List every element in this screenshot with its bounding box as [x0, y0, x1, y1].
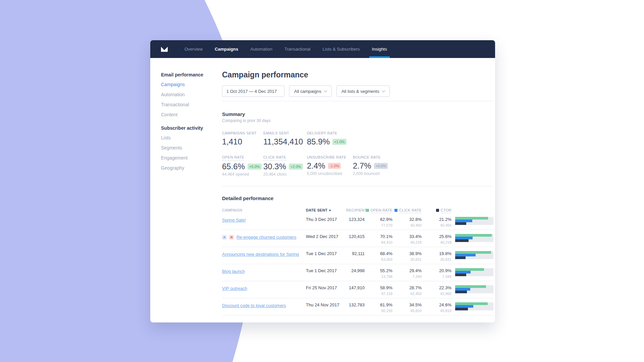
ctor-bar: [455, 256, 466, 259]
rate-bars: [455, 302, 493, 310]
nav-item-transactional[interactable]: Transactional: [278, 40, 317, 58]
click-rate-bar: [455, 254, 476, 256]
nav-item-label: Transactional: [284, 47, 311, 52]
campaign-monitor-logo-icon: [160, 46, 168, 53]
recipients-cell: 123,324: [346, 217, 365, 222]
date-range-value: 1 Oct 2017 — 4 Dec 2017: [226, 89, 277, 94]
sidebar-item-engagement[interactable]: Engagement: [161, 155, 222, 161]
rate-bars: [455, 251, 493, 259]
nav-item-lists-subscribers[interactable]: Lists & Subscribers: [317, 40, 366, 58]
click-count-cell: 35,831: [392, 257, 422, 262]
trend-badge: +1.0%: [332, 139, 346, 145]
click-count-cell: 7,349: [392, 275, 422, 279]
nav-item-insights[interactable]: Insights: [366, 40, 393, 58]
campaign-link[interactable]: Announcing new destinations for Spring: [222, 252, 299, 257]
recipients-cell: 132,783: [346, 302, 365, 307]
table-row: Discount code to loyal customers Thu 24 …: [222, 298, 493, 315]
chevron-down-icon: [382, 89, 385, 92]
sidebar-item-geography[interactable]: Geography: [161, 165, 222, 171]
open-rate-cell: 58.9%: [365, 285, 392, 290]
metric-click-rate: CLICK RATE 30.3% +2.0% 20,464 clicks: [263, 154, 307, 177]
page-title: Campaign performance: [222, 70, 493, 79]
filters-row: 1 Oct 2017 — 4 Dec 2017 All campaigns Al…: [222, 85, 493, 97]
metric-campaigns-sent: CAMPAIGNS SENT 1,410: [222, 130, 263, 146]
sidebar-item-segments[interactable]: Segments: [161, 145, 222, 150]
ctor-bar: [455, 222, 466, 225]
metric-label: UNSUBSCRIBE RATE: [307, 155, 346, 160]
nav-item-label: Insights: [372, 47, 387, 52]
sidebar-item-automation[interactable]: Automation: [161, 92, 222, 97]
column-header-campaign: CAMPAIGN: [222, 208, 306, 213]
click-rate-cell: 29.4%: [392, 268, 422, 273]
app-window: Overview Campaigns Automation Transactio…: [150, 40, 495, 322]
nav-item-overview[interactable]: Overview: [178, 40, 209, 58]
campaign-link[interactable]: Discount code to loyal customers: [222, 303, 286, 308]
nav-item-campaigns[interactable]: Campaigns: [209, 40, 244, 58]
metric-subtext: 44,464 opened: [222, 172, 263, 177]
date-range-input[interactable]: 1 Oct 2017 — 4 Dec 2017: [222, 85, 284, 97]
open-rate-bar: [455, 217, 488, 220]
campaign-link[interactable]: Blog launch: [222, 269, 245, 274]
trend-badge: -1.0%: [328, 163, 341, 169]
ctor-cell: 21.2%: [422, 217, 451, 222]
sidebar-item-campaigns[interactable]: Campaigns: [161, 82, 222, 87]
ctor-count-cell: 40,218: [422, 240, 451, 245]
chevron-down-icon: [324, 89, 327, 92]
date-sent-cell: Thu 24 Nov 2017: [306, 302, 346, 307]
open-count-cell: 13,798: [365, 275, 392, 279]
sidebar-heading-email-performance: Email performance: [161, 72, 222, 77]
open-count-cell: 90,159: [365, 309, 392, 313]
summary-metrics-row-1: CAMPAIGNS SENT 1,410 EMAILS SENT 11,354,…: [222, 130, 493, 146]
nav-item-label: Lists & Subscribers: [323, 47, 360, 52]
click-rate-cell: 34.5%: [392, 302, 422, 307]
ctor-cell: 22.3%: [422, 285, 451, 290]
list-segment-filter-value: All lists & segments: [341, 89, 379, 94]
metric-value: 2.7%: [353, 161, 371, 171]
column-header-tooltip[interactable]: CLICK RATE: [399, 208, 422, 213]
column-header-tooltip[interactable]: OPEN RATE: [371, 208, 392, 213]
recipients-cell: 24,998: [346, 268, 365, 273]
ctor-bar: [455, 308, 468, 310]
click-count-cell: 40,450: [392, 223, 422, 228]
column-header-recipients: RECIPIENTS: [346, 208, 365, 213]
campaign-link[interactable]: Spring Sale!: [222, 218, 246, 223]
campaign-filter-select[interactable]: All campaigns: [289, 85, 332, 97]
open-rate-cell: 70.1%: [365, 234, 392, 239]
table-row: Announcing new destinations for Spring T…: [222, 247, 493, 264]
main-content: Campaign performance 1 Oct 2017 — 4 Dec …: [222, 58, 497, 315]
open-count-cell: 77,570: [365, 223, 392, 228]
sidebar-item-content[interactable]: Content: [161, 112, 222, 117]
list-segment-filter-select[interactable]: All lists & segments: [336, 85, 390, 97]
column-header-date-sent[interactable]: DATE SENT▼: [306, 208, 346, 213]
metric-label-tooltip[interactable]: OPEN RATE: [222, 155, 244, 161]
metric-emails-sent: EMAILS SENT 11,354,410: [263, 130, 307, 146]
metric-unsubscribe-rate: UNSUBSCRIBE RATE 2.4% -1.0% 5,000 unsubs…: [307, 154, 353, 177]
metric-label-tooltip[interactable]: CLICK RATE: [263, 155, 286, 161]
click-rate-bar: [455, 220, 472, 222]
rate-bars: [455, 217, 493, 225]
column-header-open-rate: OPEN RATE: [365, 208, 392, 213]
nav-item-automation[interactable]: Automation: [244, 40, 278, 58]
table-row: Blog launch Tue 1 Dec 2017 24,998 55.2%1…: [222, 264, 493, 281]
campaign-link[interactable]: VIP outreach: [222, 286, 247, 291]
click-rate-bar: [455, 288, 470, 291]
open-rate-bar: [455, 268, 484, 271]
metric-label: DELIVERY RATE: [307, 131, 337, 135]
recipients-cell: 147,910: [346, 285, 365, 290]
column-header-tooltip[interactable]: CTOR: [441, 208, 451, 213]
sidebar-item-transactional[interactable]: Transactional: [161, 102, 222, 107]
recipients-cell: 92,111: [346, 251, 365, 256]
table-row: VIP outreach Fri 25 Nov 2017 147,910 58.…: [222, 281, 493, 298]
open-rate-bar: [455, 234, 492, 237]
ctor-count-cell: 42,450: [422, 292, 451, 296]
sidebar-item-lists[interactable]: Lists: [161, 135, 222, 140]
ctor-bar: [455, 239, 469, 242]
detailed-performance-heading: Detailed performance: [222, 195, 493, 201]
open-rate-bar: [455, 302, 488, 305]
table-row: A B Re-engage churned customers Wed 2 De…: [222, 230, 493, 247]
ctor-cell: 19.8%: [422, 251, 451, 256]
metric-subtext: 2,000 bounced: [353, 171, 493, 176]
click-count-cell: 42,450: [392, 292, 422, 296]
recipients-cell: 120,415: [346, 234, 365, 239]
campaign-link[interactable]: Re-engage churned customers: [236, 235, 297, 240]
